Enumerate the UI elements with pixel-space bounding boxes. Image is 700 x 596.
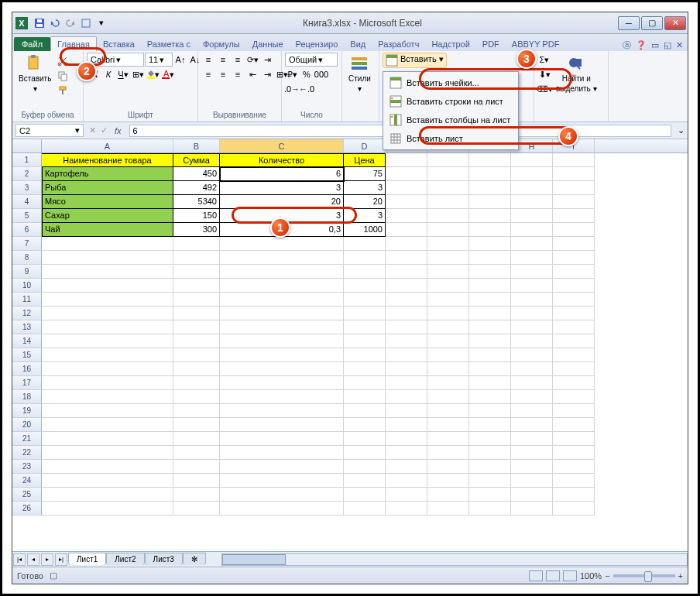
cell[interactable] — [344, 237, 386, 251]
row-header[interactable]: 6 — [12, 223, 42, 237]
cell[interactable] — [344, 348, 386, 362]
cell[interactable] — [42, 474, 173, 488]
cell[interactable] — [173, 404, 220, 418]
cell[interactable] — [469, 153, 511, 167]
cell[interactable] — [173, 251, 220, 265]
cell[interactable] — [469, 307, 511, 320]
row-header[interactable]: 11 — [12, 293, 42, 307]
name-box[interactable]: C2▾ — [15, 124, 84, 137]
cell[interactable] — [173, 320, 220, 334]
cell[interactable] — [511, 474, 553, 488]
cell[interactable] — [553, 265, 595, 279]
cell[interactable] — [386, 293, 427, 307]
cell[interactable] — [344, 460, 386, 474]
cell[interactable] — [469, 237, 511, 251]
cell[interactable] — [553, 432, 595, 446]
cell[interactable] — [427, 307, 469, 320]
cell[interactable]: Количество — [220, 153, 344, 167]
cell[interactable] — [42, 362, 173, 376]
cell[interactable] — [386, 251, 427, 265]
cell[interactable] — [386, 153, 427, 167]
cell[interactable]: Цена — [344, 153, 386, 167]
cell[interactable] — [427, 474, 469, 488]
cell[interactable] — [469, 265, 511, 279]
cell[interactable] — [427, 376, 469, 390]
expand-formula-icon[interactable]: ⌄ — [674, 125, 688, 135]
cell[interactable] — [469, 404, 511, 418]
row-header[interactable]: 13 — [12, 320, 42, 334]
cell[interactable] — [344, 362, 386, 376]
orientation-icon[interactable]: ⟳▾ — [245, 53, 259, 67]
cell[interactable] — [386, 362, 427, 376]
cell[interactable]: 20 — [220, 195, 344, 209]
font-color-icon[interactable]: A▾ — [160, 67, 174, 81]
cell[interactable] — [344, 307, 386, 320]
cell[interactable]: Сахар — [42, 209, 173, 223]
cell[interactable] — [469, 167, 511, 181]
cell[interactable] — [427, 334, 469, 348]
tab-data[interactable]: Данные — [246, 37, 290, 51]
cell[interactable] — [427, 181, 469, 195]
select-all-corner[interactable] — [12, 139, 42, 152]
cell[interactable] — [427, 502, 469, 516]
format-painter-icon[interactable] — [56, 84, 70, 98]
cell[interactable] — [427, 223, 469, 237]
cell[interactable] — [220, 237, 344, 251]
cell[interactable] — [511, 418, 553, 432]
cell[interactable] — [469, 181, 511, 195]
cell[interactable] — [511, 279, 553, 293]
page-break-view-icon[interactable] — [563, 570, 577, 581]
cell[interactable] — [511, 251, 553, 265]
minimize-ribbon-icon[interactable]: ▭ — [651, 40, 659, 50]
cell[interactable] — [344, 474, 386, 488]
new-sheet-button[interactable]: ✻ — [183, 553, 206, 565]
cell[interactable] — [42, 307, 173, 320]
cell[interactable] — [386, 418, 427, 432]
row-header[interactable]: 5 — [12, 209, 42, 223]
sheet-nav-next[interactable]: ▸ — [41, 553, 53, 566]
cell[interactable] — [173, 418, 220, 432]
cell[interactable] — [220, 307, 344, 320]
cell[interactable] — [469, 488, 511, 502]
cell[interactable] — [220, 404, 344, 418]
help-question-icon[interactable]: ❓ — [636, 40, 647, 50]
save-icon[interactable] — [33, 16, 46, 30]
cell[interactable] — [344, 279, 386, 293]
tab-layout[interactable]: Разметка с — [141, 37, 197, 51]
tab-home[interactable]: Главная — [50, 36, 97, 51]
cell[interactable] — [344, 404, 386, 418]
cell[interactable]: Рыба — [42, 181, 173, 195]
cell[interactable] — [220, 474, 344, 488]
cell[interactable] — [511, 153, 553, 167]
cell[interactable] — [511, 488, 553, 502]
cell[interactable] — [344, 432, 386, 446]
cell[interactable] — [511, 320, 553, 334]
cell[interactable] — [511, 390, 553, 404]
cell[interactable] — [386, 195, 427, 209]
sheet-tab-2[interactable]: Лист2 — [106, 553, 144, 565]
tab-abbyy[interactable]: ABBYY PDF — [506, 37, 566, 51]
cell[interactable] — [173, 362, 220, 376]
cell[interactable] — [553, 502, 595, 516]
cell[interactable]: 492 — [173, 181, 220, 195]
cell[interactable] — [553, 334, 595, 348]
align-center-icon[interactable]: ≡ — [216, 67, 230, 81]
cell[interactable] — [42, 348, 173, 362]
cell[interactable] — [553, 362, 595, 376]
cell[interactable]: Сумма — [173, 153, 220, 167]
cell[interactable] — [42, 334, 173, 348]
row-header[interactable]: 14 — [12, 334, 42, 348]
cell[interactable] — [511, 167, 553, 181]
cell[interactable] — [344, 446, 386, 460]
cell[interactable] — [511, 209, 553, 223]
percent-icon[interactable]: % — [300, 67, 314, 81]
cell[interactable] — [427, 251, 469, 265]
insert-sheet-menuitem[interactable]: Вставить лист — [385, 129, 516, 148]
cell[interactable] — [553, 390, 595, 404]
restore-icon[interactable]: ◱ — [664, 40, 671, 50]
cell[interactable] — [511, 223, 553, 237]
tab-review[interactable]: Рецензиро — [290, 37, 345, 51]
row-header[interactable]: 2 — [12, 167, 42, 181]
row-header[interactable]: 22 — [12, 446, 42, 460]
cell[interactable] — [220, 293, 344, 307]
